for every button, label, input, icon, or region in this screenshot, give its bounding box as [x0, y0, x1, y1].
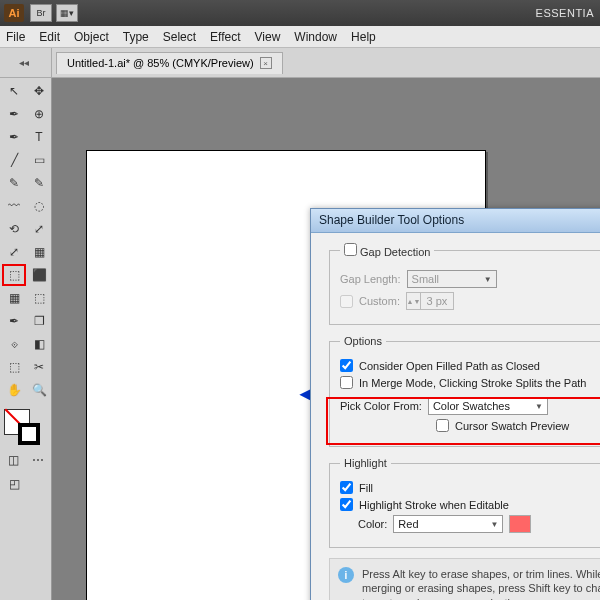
cursor-swatch-label: Cursor Swatch Preview [455, 420, 569, 432]
fill-stroke-control[interactable] [2, 407, 50, 447]
consider-open-label: Consider Open Filled Path as Closed [359, 360, 540, 372]
line-tool[interactable]: ╱ [2, 149, 26, 171]
menu-type[interactable]: Type [123, 30, 149, 44]
pencil-tool[interactable]: ✎ [27, 172, 51, 194]
menubar: File Edit Object Type Select Effect View… [0, 26, 600, 48]
color-mode-button[interactable]: ◫ [2, 449, 25, 471]
tool-panel-toggle[interactable]: ◂◂ [0, 48, 52, 77]
gap-detection-group: Gap Detection Gap Length: Small▼ Custom:… [329, 243, 600, 325]
arrange-docs-button[interactable]: ▦▾ [56, 4, 78, 22]
workspace-switcher[interactable]: ESSENTIA [536, 7, 594, 19]
menu-window[interactable]: Window [294, 30, 337, 44]
gap-detection-label: Gap Detection [360, 246, 430, 258]
free-transform-tool[interactable]: ▦ [27, 241, 51, 263]
rectangle-tool[interactable]: ▭ [27, 149, 51, 171]
pick-color-label: Pick Color From: [340, 400, 422, 412]
consider-open-checkbox[interactable] [340, 359, 353, 372]
highlight-fill-label: Fill [359, 482, 373, 494]
merge-mode-label: In Merge Mode, Clicking Stroke Splits th… [359, 377, 586, 389]
pen-tool[interactable]: ✒ [2, 126, 26, 148]
pick-color-select[interactable]: Color Swatches▼ [428, 397, 548, 415]
document-tab-label: Untitled-1.ai* @ 85% (CMYK/Preview) [67, 57, 254, 69]
highlight-fill-checkbox[interactable] [340, 481, 353, 494]
rotate-tool[interactable]: ⟲ [2, 218, 26, 240]
document-tab[interactable]: Untitled-1.ai* @ 85% (CMYK/Preview) × [56, 52, 283, 74]
menu-select[interactable]: Select [163, 30, 196, 44]
bridge-button[interactable]: Br [30, 4, 52, 22]
tool-panel: ↖ ✥ ✒ ⊕ ✒ T ╱ ▭ ✎ ✎ 〰 ◌ ⟲ ⤢ ⤢ ▦ ⬚ ⬛ ▦ ⬚ … [0, 78, 52, 600]
chevron-down-icon: ▼ [490, 520, 498, 529]
magic-wand-tool[interactable]: ✒ [2, 103, 26, 125]
control-strip: ◂◂ Untitled-1.ai* @ 85% (CMYK/Preview) × [0, 48, 600, 78]
selection-tool[interactable]: ↖ [2, 80, 26, 102]
highlight-stroke-label: Highlight Stroke when Editable [359, 499, 509, 511]
direct-selection-tool[interactable]: ✥ [27, 80, 51, 102]
highlight-legend: Highlight [340, 457, 391, 469]
screen-mode-button[interactable]: ◰ [2, 473, 26, 495]
gap-detection-checkbox[interactable] [344, 243, 357, 256]
custom-gap-stepper: ▲▼3 px [406, 292, 454, 310]
options-legend: Options [340, 335, 386, 347]
merge-mode-checkbox[interactable] [340, 376, 353, 389]
info-icon: i [338, 567, 354, 583]
scale-tool[interactable]: ⤢ [27, 218, 51, 240]
dialog-titlebar[interactable]: Shape Builder Tool Options [311, 209, 600, 233]
shape-builder-options-dialog: Shape Builder Tool Options Gap Detection… [310, 208, 600, 600]
paintbrush-tool[interactable]: ✎ [2, 172, 26, 194]
column-graph-tool[interactable]: ◧ [27, 333, 51, 355]
info-text: Press Alt key to erase shapes, or trim l… [362, 567, 600, 600]
highlight-group: Highlight Fill Highlight Stroke when Edi… [329, 457, 600, 548]
slice-tool[interactable]: ✂ [27, 356, 51, 378]
info-panel: i Press Alt key to erase shapes, or trim… [329, 558, 600, 600]
menu-object[interactable]: Object [74, 30, 109, 44]
canvas[interactable]: ◀ Shape Builder Tool Options Gap Detecti… [52, 78, 600, 600]
custom-gap-checkbox [340, 295, 353, 308]
gap-length-label: Gap Length: [340, 273, 401, 285]
options-group: Options Consider Open Filled Path as Clo… [329, 335, 600, 447]
mesh-tool[interactable]: ▦ [2, 287, 26, 309]
lasso-tool[interactable]: ⊕ [27, 103, 51, 125]
custom-gap-label: Custom: [359, 295, 400, 307]
app-logo: Ai [4, 4, 24, 22]
highlight-color-select[interactable]: Red▼ [393, 515, 503, 533]
menu-help[interactable]: Help [351, 30, 376, 44]
shape-builder-tool[interactable]: ⬚ [2, 264, 26, 286]
highlight-color-swatch [509, 515, 531, 533]
workspace: ↖ ✥ ✒ ⊕ ✒ T ╱ ▭ ✎ ✎ 〰 ◌ ⟲ ⤢ ⤢ ▦ ⬚ ⬛ ▦ ⬚ … [0, 78, 600, 600]
menu-effect[interactable]: Effect [210, 30, 240, 44]
gap-length-select: Small▼ [407, 270, 497, 288]
symbol-sprayer-tool[interactable]: ⟐ [2, 333, 26, 355]
titlebar: Ai Br ▦▾ ESSENTIA [0, 0, 600, 26]
zoom-tool[interactable]: 🔍 [27, 379, 51, 401]
blend-tool[interactable]: ❐ [27, 310, 51, 332]
cursor-swatch-checkbox[interactable] [436, 419, 449, 432]
eyedropper-tool[interactable]: ✒ [2, 310, 26, 332]
hand-tool[interactable]: ✋ [2, 379, 26, 401]
eraser-tool[interactable]: ◌ [27, 195, 51, 217]
close-tab-icon[interactable]: × [260, 57, 272, 69]
type-tool[interactable]: T [27, 126, 51, 148]
draw-mode-button[interactable]: ⋯ [26, 449, 49, 471]
menu-view[interactable]: View [255, 30, 281, 44]
perspective-grid-tool[interactable]: ⬛ [27, 264, 51, 286]
highlight-stroke-checkbox[interactable] [340, 498, 353, 511]
gradient-tool[interactable]: ⬚ [27, 287, 51, 309]
menu-edit[interactable]: Edit [39, 30, 60, 44]
blob-brush-tool[interactable]: 〰 [2, 195, 26, 217]
chevron-down-icon: ▼ [535, 402, 543, 411]
menu-file[interactable]: File [6, 30, 25, 44]
highlight-color-label: Color: [358, 518, 387, 530]
width-tool[interactable]: ⤢ [2, 241, 26, 263]
artboard-tool[interactable]: ⬚ [2, 356, 26, 378]
